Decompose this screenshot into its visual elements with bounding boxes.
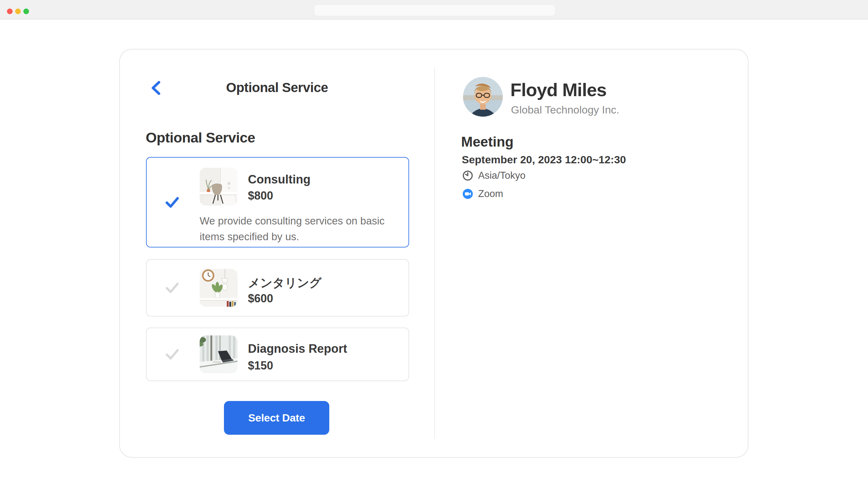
host-name: Floyd Miles	[510, 79, 607, 100]
booking-card: Optional Service Optional Service	[119, 49, 748, 458]
address-bar[interactable]	[314, 5, 555, 16]
option-card-mentoring[interactable]: メンタリング $600	[146, 259, 409, 317]
timezone-label: Asia/Tokyo	[478, 170, 525, 181]
panel-divider	[434, 68, 435, 439]
option-title: メンタリング	[248, 275, 321, 291]
event-datetime: September 20, 2023 12:00~12:30	[462, 154, 626, 166]
option-card-diagnosis-report[interactable]: Diagnosis Report $150	[146, 328, 409, 381]
option-title: Diagnosis Report	[248, 342, 347, 356]
desk-chair-photo	[200, 168, 238, 205]
zoom-window-button[interactable]	[23, 8, 29, 14]
traffic-lights	[7, 8, 29, 14]
location-row: Zoom	[462, 188, 503, 200]
section-heading: Optional Service	[146, 130, 255, 146]
check-icon-unselected	[165, 281, 179, 294]
option-price: $150	[248, 359, 273, 372]
clock-icon	[462, 170, 473, 181]
check-icon-unselected	[165, 348, 179, 361]
option-title: Consulting	[248, 173, 310, 186]
minimize-window-button[interactable]	[15, 8, 21, 14]
zoom-video-icon	[462, 189, 473, 199]
option-description: We provide consulting services on basic …	[200, 213, 402, 245]
close-window-button[interactable]	[7, 8, 12, 14]
option-price: $600	[248, 292, 273, 305]
check-icon	[165, 196, 179, 209]
browser-chrome	[0, 0, 868, 20]
office-window-photo	[200, 335, 238, 373]
host-company: Global Technology Inc.	[511, 104, 619, 116]
clock-plant-photo	[200, 269, 238, 307]
option-card-consulting[interactable]: Consulting $800 We provide consulting se…	[146, 157, 409, 248]
page-title: Optional Service	[120, 80, 434, 95]
host-avatar	[463, 77, 503, 117]
event-title: Meeting	[461, 134, 514, 150]
option-price: $800	[248, 189, 273, 202]
timezone-row: Asia/Tokyo	[462, 170, 525, 181]
location-label: Zoom	[478, 188, 503, 200]
select-date-button[interactable]: Select Date	[224, 401, 329, 435]
